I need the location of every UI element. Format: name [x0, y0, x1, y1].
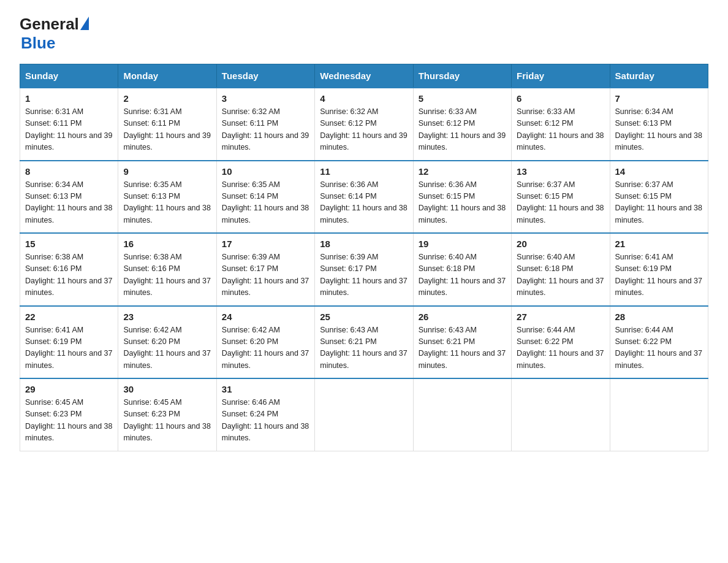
weekday-header-row: SundayMondayTuesdayWednesdayThursdayFrid… [20, 64, 708, 88]
calendar-cell: 10 Sunrise: 6:35 AMSunset: 6:14 PMDaylig… [216, 161, 314, 234]
day-info: Sunrise: 6:38 AMSunset: 6:16 PMDaylight:… [25, 253, 112, 297]
day-number: 29 [25, 384, 113, 394]
day-number: 24 [222, 312, 309, 322]
day-info: Sunrise: 6:35 AMSunset: 6:14 PMDaylight:… [222, 180, 309, 224]
calendar-cell: 13 Sunrise: 6:37 AMSunset: 6:15 PMDaylig… [512, 161, 610, 234]
day-info: Sunrise: 6:32 AMSunset: 6:11 PMDaylight:… [222, 107, 309, 151]
calendar-cell: 16 Sunrise: 6:38 AMSunset: 6:16 PMDaylig… [118, 233, 216, 306]
calendar-week-row: 29 Sunrise: 6:45 AMSunset: 6:23 PMDaylig… [20, 378, 708, 451]
weekday-header-tuesday: Tuesday [216, 64, 314, 88]
logo-general: General [20, 15, 79, 34]
calendar-cell: 20 Sunrise: 6:40 AMSunset: 6:18 PMDaylig… [512, 233, 610, 306]
calendar-cell [413, 378, 511, 451]
page-header: General Blue [20, 15, 708, 53]
day-number: 12 [419, 166, 506, 177]
day-number: 18 [320, 239, 408, 249]
calendar-cell: 5 Sunrise: 6:33 AMSunset: 6:12 PMDayligh… [413, 88, 511, 161]
calendar-cell: 22 Sunrise: 6:41 AMSunset: 6:19 PMDaylig… [20, 306, 118, 379]
day-number: 20 [517, 239, 604, 249]
calendar-cell: 17 Sunrise: 6:39 AMSunset: 6:17 PMDaylig… [216, 233, 314, 306]
day-number: 14 [615, 166, 703, 177]
calendar-cell: 14 Sunrise: 6:37 AMSunset: 6:15 PMDaylig… [610, 161, 708, 234]
weekday-header-saturday: Saturday [610, 64, 708, 88]
calendar-cell: 28 Sunrise: 6:44 AMSunset: 6:22 PMDaylig… [610, 306, 708, 379]
day-number: 7 [615, 93, 703, 104]
day-number: 6 [517, 93, 604, 104]
calendar-table: SundayMondayTuesdayWednesdayThursdayFrid… [20, 64, 708, 451]
day-number: 3 [222, 93, 309, 104]
day-info: Sunrise: 6:32 AMSunset: 6:12 PMDaylight:… [320, 107, 407, 151]
day-number: 4 [320, 93, 408, 104]
calendar-cell [315, 378, 413, 451]
calendar-cell: 11 Sunrise: 6:36 AMSunset: 6:14 PMDaylig… [315, 161, 413, 234]
day-number: 31 [222, 384, 309, 394]
weekday-header-wednesday: Wednesday [315, 64, 413, 88]
day-number: 15 [25, 239, 113, 249]
day-info: Sunrise: 6:44 AMSunset: 6:22 PMDaylight:… [517, 326, 604, 370]
day-number: 5 [419, 93, 506, 104]
calendar-cell: 8 Sunrise: 6:34 AMSunset: 6:13 PMDayligh… [20, 161, 118, 234]
day-number: 1 [25, 93, 113, 104]
day-info: Sunrise: 6:37 AMSunset: 6:15 PMDaylight:… [517, 180, 604, 224]
logo-triangle-icon [80, 17, 89, 30]
calendar-cell: 6 Sunrise: 6:33 AMSunset: 6:12 PMDayligh… [512, 88, 610, 161]
day-number: 23 [123, 312, 211, 322]
day-number: 16 [123, 239, 211, 249]
calendar-cell: 25 Sunrise: 6:43 AMSunset: 6:21 PMDaylig… [315, 306, 413, 379]
weekday-header-monday: Monday [118, 64, 216, 88]
day-info: Sunrise: 6:43 AMSunset: 6:21 PMDaylight:… [419, 326, 506, 370]
day-number: 13 [517, 166, 604, 177]
day-info: Sunrise: 6:40 AMSunset: 6:18 PMDaylight:… [419, 253, 506, 297]
calendar-week-row: 22 Sunrise: 6:41 AMSunset: 6:19 PMDaylig… [20, 306, 708, 379]
calendar-cell: 29 Sunrise: 6:45 AMSunset: 6:23 PMDaylig… [20, 378, 118, 451]
calendar-week-row: 8 Sunrise: 6:34 AMSunset: 6:13 PMDayligh… [20, 161, 708, 234]
weekday-header-friday: Friday [512, 64, 610, 88]
calendar-cell: 30 Sunrise: 6:45 AMSunset: 6:23 PMDaylig… [118, 378, 216, 451]
day-info: Sunrise: 6:44 AMSunset: 6:22 PMDaylight:… [615, 326, 702, 370]
calendar-cell: 18 Sunrise: 6:39 AMSunset: 6:17 PMDaylig… [315, 233, 413, 306]
day-info: Sunrise: 6:39 AMSunset: 6:17 PMDaylight:… [222, 253, 309, 297]
day-number: 21 [615, 239, 703, 249]
calendar-cell: 12 Sunrise: 6:36 AMSunset: 6:15 PMDaylig… [413, 161, 511, 234]
weekday-header-thursday: Thursday [413, 64, 511, 88]
calendar-cell: 19 Sunrise: 6:40 AMSunset: 6:18 PMDaylig… [413, 233, 511, 306]
day-number: 17 [222, 239, 309, 249]
calendar-cell: 31 Sunrise: 6:46 AMSunset: 6:24 PMDaylig… [216, 378, 314, 451]
day-info: Sunrise: 6:35 AMSunset: 6:13 PMDaylight:… [123, 180, 210, 224]
day-info: Sunrise: 6:42 AMSunset: 6:20 PMDaylight:… [222, 326, 309, 370]
calendar-cell: 1 Sunrise: 6:31 AMSunset: 6:11 PMDayligh… [20, 88, 118, 161]
calendar-week-row: 1 Sunrise: 6:31 AMSunset: 6:11 PMDayligh… [20, 88, 708, 161]
day-info: Sunrise: 6:45 AMSunset: 6:23 PMDaylight:… [123, 398, 210, 442]
day-info: Sunrise: 6:43 AMSunset: 6:21 PMDaylight:… [320, 326, 407, 370]
day-info: Sunrise: 6:42 AMSunset: 6:20 PMDaylight:… [123, 326, 210, 370]
calendar-cell: 26 Sunrise: 6:43 AMSunset: 6:21 PMDaylig… [413, 306, 511, 379]
calendar-cell [512, 378, 610, 451]
day-number: 2 [123, 93, 211, 104]
day-number: 25 [320, 312, 408, 322]
day-info: Sunrise: 6:46 AMSunset: 6:24 PMDaylight:… [222, 398, 309, 442]
calendar-cell: 3 Sunrise: 6:32 AMSunset: 6:11 PMDayligh… [216, 88, 314, 161]
calendar-cell: 24 Sunrise: 6:42 AMSunset: 6:20 PMDaylig… [216, 306, 314, 379]
day-info: Sunrise: 6:37 AMSunset: 6:15 PMDaylight:… [615, 180, 702, 224]
calendar-week-row: 15 Sunrise: 6:38 AMSunset: 6:16 PMDaylig… [20, 233, 708, 306]
day-info: Sunrise: 6:36 AMSunset: 6:15 PMDaylight:… [419, 180, 506, 224]
day-info: Sunrise: 6:31 AMSunset: 6:11 PMDaylight:… [25, 107, 112, 151]
day-info: Sunrise: 6:41 AMSunset: 6:19 PMDaylight:… [25, 326, 112, 370]
calendar-cell: 7 Sunrise: 6:34 AMSunset: 6:13 PMDayligh… [610, 88, 708, 161]
logo: General Blue [20, 15, 89, 53]
calendar-cell [610, 378, 708, 451]
calendar-cell: 21 Sunrise: 6:41 AMSunset: 6:19 PMDaylig… [610, 233, 708, 306]
day-info: Sunrise: 6:45 AMSunset: 6:23 PMDaylight:… [25, 398, 112, 442]
calendar-cell: 15 Sunrise: 6:38 AMSunset: 6:16 PMDaylig… [20, 233, 118, 306]
day-info: Sunrise: 6:38 AMSunset: 6:16 PMDaylight:… [123, 253, 210, 297]
day-number: 9 [123, 166, 211, 177]
calendar-cell: 23 Sunrise: 6:42 AMSunset: 6:20 PMDaylig… [118, 306, 216, 379]
calendar-cell: 9 Sunrise: 6:35 AMSunset: 6:13 PMDayligh… [118, 161, 216, 234]
day-info: Sunrise: 6:40 AMSunset: 6:18 PMDaylight:… [517, 253, 604, 297]
day-info: Sunrise: 6:39 AMSunset: 6:17 PMDaylight:… [320, 253, 407, 297]
calendar-cell: 4 Sunrise: 6:32 AMSunset: 6:12 PMDayligh… [315, 88, 413, 161]
day-number: 8 [25, 166, 113, 177]
day-info: Sunrise: 6:34 AMSunset: 6:13 PMDaylight:… [615, 107, 702, 151]
logo-blue: Blue [21, 34, 55, 52]
day-info: Sunrise: 6:31 AMSunset: 6:11 PMDaylight:… [123, 107, 210, 151]
